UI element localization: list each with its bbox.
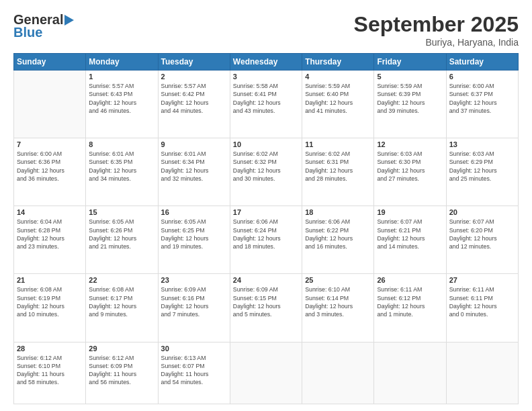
location: Buriya, Haryana, India: [354, 37, 519, 48]
weekday-header-tuesday: Tuesday: [158, 54, 230, 71]
calendar-cell: 15Sunrise: 6:05 AM Sunset: 6:26 PM Dayli…: [86, 206, 158, 274]
day-info: Sunrise: 6:05 AM Sunset: 6:26 PM Dayligh…: [89, 218, 154, 250]
day-info: Sunrise: 6:06 AM Sunset: 6:24 PM Dayligh…: [233, 218, 299, 250]
calendar-cell: 16Sunrise: 6:05 AM Sunset: 6:25 PM Dayli…: [158, 206, 230, 274]
calendar-cell: 4Sunrise: 5:59 AM Sunset: 6:40 PM Daylig…: [302, 71, 374, 138]
day-info: Sunrise: 6:13 AM Sunset: 6:07 PM Dayligh…: [161, 354, 227, 387]
day-info: Sunrise: 6:00 AM Sunset: 6:36 PM Dayligh…: [17, 150, 83, 183]
day-number: 26: [377, 276, 443, 284]
day-number: 5: [377, 73, 443, 81]
calendar-cell: 26Sunrise: 6:11 AM Sunset: 6:12 PM Dayli…: [374, 274, 446, 342]
weekday-header-monday: Monday: [86, 54, 158, 71]
day-number: 7: [17, 140, 83, 148]
day-info: Sunrise: 6:01 AM Sunset: 6:35 PM Dayligh…: [89, 150, 154, 183]
day-info: Sunrise: 6:12 AM Sunset: 6:10 PM Dayligh…: [17, 354, 83, 387]
day-info: Sunrise: 6:00 AM Sunset: 6:37 PM Dayligh…: [449, 82, 515, 115]
day-info: Sunrise: 6:05 AM Sunset: 6:25 PM Dayligh…: [161, 218, 227, 250]
calendar-cell: 12Sunrise: 6:03 AM Sunset: 6:30 PM Dayli…: [374, 138, 446, 206]
month-title: September 2025: [354, 12, 519, 37]
day-info: Sunrise: 6:02 AM Sunset: 6:32 PM Dayligh…: [233, 150, 299, 183]
weekday-header-row: SundayMondayTuesdayWednesdayThursdayFrid…: [14, 54, 519, 71]
day-info: Sunrise: 6:08 AM Sunset: 6:17 PM Dayligh…: [89, 285, 154, 318]
day-info: Sunrise: 6:08 AM Sunset: 6:19 PM Dayligh…: [17, 285, 83, 318]
week-row-1: 1Sunrise: 5:57 AM Sunset: 6:43 PM Daylig…: [14, 71, 519, 138]
calendar-cell: 18Sunrise: 6:06 AM Sunset: 6:22 PM Dayli…: [302, 206, 374, 274]
calendar-cell: 3Sunrise: 5:58 AM Sunset: 6:41 PM Daylig…: [230, 71, 302, 138]
day-number: 16: [161, 208, 227, 216]
day-number: 20: [449, 208, 515, 216]
weekday-header-wednesday: Wednesday: [230, 54, 302, 71]
calendar-cell: 28Sunrise: 6:12 AM Sunset: 6:10 PM Dayli…: [14, 342, 86, 404]
day-info: Sunrise: 6:11 AM Sunset: 6:11 PM Dayligh…: [449, 285, 515, 318]
calendar-cell: 5Sunrise: 5:59 AM Sunset: 6:39 PM Daylig…: [374, 71, 446, 138]
weekday-header-friday: Friday: [374, 54, 446, 71]
day-info: Sunrise: 5:57 AM Sunset: 6:42 PM Dayligh…: [161, 82, 227, 115]
day-number: 24: [233, 276, 299, 284]
day-info: Sunrise: 5:59 AM Sunset: 6:40 PM Dayligh…: [305, 82, 371, 115]
week-row-4: 21Sunrise: 6:08 AM Sunset: 6:19 PM Dayli…: [14, 274, 519, 342]
day-info: Sunrise: 6:07 AM Sunset: 6:20 PM Dayligh…: [449, 218, 515, 250]
calendar-cell: 25Sunrise: 6:10 AM Sunset: 6:14 PM Dayli…: [302, 274, 374, 342]
day-number: 15: [89, 208, 154, 216]
calendar-cell: [446, 342, 518, 404]
calendar-cell: 17Sunrise: 6:06 AM Sunset: 6:24 PM Dayli…: [230, 206, 302, 274]
day-info: Sunrise: 5:58 AM Sunset: 6:41 PM Dayligh…: [233, 82, 299, 115]
calendar-cell: 9Sunrise: 6:01 AM Sunset: 6:34 PM Daylig…: [158, 138, 230, 206]
calendar-cell: 7Sunrise: 6:00 AM Sunset: 6:36 PM Daylig…: [14, 138, 86, 206]
day-number: 23: [161, 276, 227, 284]
day-info: Sunrise: 6:03 AM Sunset: 6:29 PM Dayligh…: [449, 150, 515, 183]
calendar-cell: 6Sunrise: 6:00 AM Sunset: 6:37 PM Daylig…: [446, 71, 518, 138]
day-number: 11: [305, 140, 371, 148]
day-number: 8: [89, 140, 154, 148]
day-number: 28: [17, 345, 83, 353]
day-info: Sunrise: 6:12 AM Sunset: 6:09 PM Dayligh…: [89, 354, 154, 387]
day-info: Sunrise: 5:57 AM Sunset: 6:43 PM Dayligh…: [89, 82, 154, 115]
day-info: Sunrise: 6:07 AM Sunset: 6:21 PM Dayligh…: [377, 218, 443, 250]
logo-arrow-icon: [64, 15, 74, 26]
header: General Blue September 2025 Buriya, Hary…: [13, 12, 519, 48]
day-number: 21: [17, 276, 83, 284]
day-number: 29: [89, 345, 154, 353]
day-info: Sunrise: 6:06 AM Sunset: 6:22 PM Dayligh…: [305, 218, 371, 250]
calendar-cell: 24Sunrise: 6:09 AM Sunset: 6:15 PM Dayli…: [230, 274, 302, 342]
day-info: Sunrise: 6:02 AM Sunset: 6:31 PM Dayligh…: [305, 150, 371, 183]
day-info: Sunrise: 6:11 AM Sunset: 6:12 PM Dayligh…: [377, 285, 443, 318]
weekday-header-thursday: Thursday: [302, 54, 374, 71]
day-info: Sunrise: 6:10 AM Sunset: 6:14 PM Dayligh…: [305, 285, 371, 318]
day-number: 17: [233, 208, 299, 216]
logo-line2: Blue: [13, 25, 42, 40]
day-number: 27: [449, 276, 515, 284]
calendar-cell: 19Sunrise: 6:07 AM Sunset: 6:21 PM Dayli…: [374, 206, 446, 274]
day-number: 6: [449, 73, 515, 81]
day-number: 22: [89, 276, 154, 284]
calendar-cell: 13Sunrise: 6:03 AM Sunset: 6:29 PM Dayli…: [446, 138, 518, 206]
title-area: September 2025 Buriya, Haryana, India: [354, 12, 519, 48]
calendar-cell: [14, 71, 86, 138]
calendar-cell: 27Sunrise: 6:11 AM Sunset: 6:11 PM Dayli…: [446, 274, 518, 342]
day-info: Sunrise: 6:04 AM Sunset: 6:28 PM Dayligh…: [17, 218, 83, 250]
calendar-table: SundayMondayTuesdayWednesdayThursdayFrid…: [13, 53, 519, 404]
weekday-header-saturday: Saturday: [446, 54, 518, 71]
logo: General Blue: [13, 12, 74, 40]
day-number: 1: [89, 73, 154, 81]
calendar-cell: 23Sunrise: 6:09 AM Sunset: 6:16 PM Dayli…: [158, 274, 230, 342]
calendar-cell: 10Sunrise: 6:02 AM Sunset: 6:32 PM Dayli…: [230, 138, 302, 206]
calendar-cell: 30Sunrise: 6:13 AM Sunset: 6:07 PM Dayli…: [158, 342, 230, 404]
day-number: 2: [161, 73, 227, 81]
week-row-5: 28Sunrise: 6:12 AM Sunset: 6:10 PM Dayli…: [14, 342, 519, 404]
calendar-cell: 11Sunrise: 6:02 AM Sunset: 6:31 PM Dayli…: [302, 138, 374, 206]
day-number: 14: [17, 208, 83, 216]
calendar-cell: 22Sunrise: 6:08 AM Sunset: 6:17 PM Dayli…: [86, 274, 158, 342]
day-number: 13: [449, 140, 515, 148]
calendar-cell: 21Sunrise: 6:08 AM Sunset: 6:19 PM Dayli…: [14, 274, 86, 342]
day-number: 3: [233, 73, 299, 81]
calendar-cell: [230, 342, 302, 404]
calendar-cell: [302, 342, 374, 404]
calendar-cell: 1Sunrise: 5:57 AM Sunset: 6:43 PM Daylig…: [86, 71, 158, 138]
calendar-cell: 20Sunrise: 6:07 AM Sunset: 6:20 PM Dayli…: [446, 206, 518, 274]
calendar-cell: [374, 342, 446, 404]
weekday-header-sunday: Sunday: [14, 54, 86, 71]
calendar-cell: 14Sunrise: 6:04 AM Sunset: 6:28 PM Dayli…: [14, 206, 86, 274]
calendar-cell: 8Sunrise: 6:01 AM Sunset: 6:35 PM Daylig…: [86, 138, 158, 206]
day-number: 9: [161, 140, 227, 148]
